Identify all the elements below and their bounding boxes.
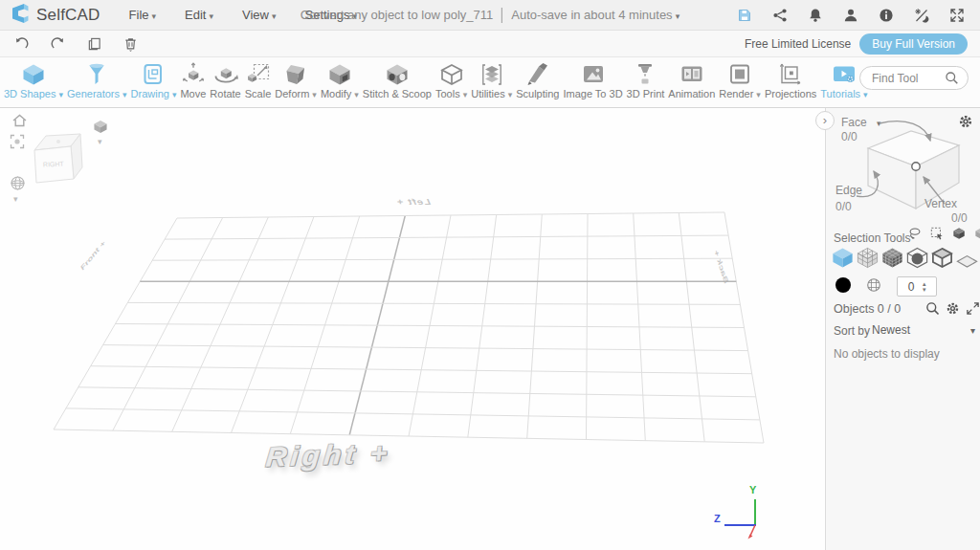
precision-input[interactable]	[900, 280, 923, 294]
settings-gear-icon[interactable]	[946, 301, 960, 316]
open-cube-select-icon[interactable]	[930, 246, 954, 270]
tool-move[interactable]: Move	[178, 60, 208, 99]
menu-edit[interactable]: Edit	[185, 8, 213, 22]
tool-deform[interactable]: Deform	[273, 60, 319, 99]
menu-label: View	[242, 8, 269, 22]
menu-file[interactable]: File	[129, 8, 156, 22]
soft-select-icon[interactable]	[974, 227, 980, 240]
tool-label: Sculpting	[516, 88, 559, 99]
stepper-arrows[interactable]: ▴▾	[923, 281, 926, 293]
sort-order-select[interactable]: Newest	[872, 323, 975, 337]
chevron-down-icon	[120, 88, 127, 99]
panel-collapse-chevron[interactable]: ›	[815, 111, 835, 130]
autosave-status[interactable]: Auto-save in about 4 minutes	[511, 8, 679, 22]
lasso-select-icon[interactable]	[908, 227, 922, 240]
theme-toggle-icon[interactable]	[914, 8, 929, 23]
chevron-down-icon[interactable]: ▾	[13, 194, 18, 204]
perspective-mode-icon[interactable]	[92, 119, 109, 135]
orbit-globe-icon[interactable]	[10, 175, 26, 191]
chevron-down-icon[interactable]: ▾	[98, 137, 102, 146]
plane-select-icon[interactable]	[955, 246, 979, 270]
chevron-down-icon	[269, 8, 277, 22]
animation-icon	[679, 60, 704, 88]
chevron-down-icon	[673, 8, 680, 22]
sphere-in-cube-select-icon[interactable]	[905, 246, 929, 270]
wireframe-cube-select-icon[interactable]	[856, 246, 880, 270]
autosave-label: Auto-save in about 4 minutes	[511, 8, 672, 22]
find-tool-input[interactable]	[872, 72, 945, 85]
color-swatch[interactable]	[835, 277, 851, 293]
undo-icon[interactable]	[14, 36, 29, 52]
tool-label: Deform	[275, 88, 317, 99]
bell-icon[interactable]	[808, 8, 823, 23]
stepper-down-icon[interactable]: ▾	[923, 287, 926, 293]
precision-stepper[interactable]: ▴▾	[897, 276, 937, 297]
delete-icon[interactable]	[123, 36, 138, 52]
tool-label: Move	[180, 88, 206, 99]
copy-icon[interactable]	[87, 36, 101, 52]
tool-render[interactable]: Render	[717, 60, 763, 99]
search-icon[interactable]	[945, 71, 959, 85]
tool-image-to-3d[interactable]: Image To 3D	[561, 60, 624, 99]
axis-y-label: Y	[749, 484, 756, 495]
project-title-area: Convert any object to low poly_711 Auto-…	[301, 8, 679, 23]
viewport-3d[interactable]: ▾ ▾ RIGHT Left + Front + Back + Right +	[0, 108, 824, 550]
sort-order-value: Newest	[872, 323, 910, 337]
selection-helper-diagram	[851, 120, 977, 225]
paint-select-icon[interactable]	[952, 227, 966, 240]
tool-rotate[interactable]: Rotate	[208, 60, 242, 99]
chevron-down-icon	[206, 8, 213, 22]
main-toolbar-items: 3D ShapesGeneratorsDrawingMoveRotateScal…	[2, 60, 870, 99]
user-icon[interactable]	[843, 8, 858, 23]
modify-icon	[327, 60, 352, 88]
marquee-select-icon[interactable]	[930, 227, 944, 240]
tutorials-icon	[832, 60, 857, 88]
tool-label: Render	[719, 88, 761, 99]
chevron-down-icon	[309, 88, 317, 99]
chevron-down-icon	[505, 88, 513, 99]
tool-stitch-scoop[interactable]: Stitch & Scoop	[361, 60, 434, 99]
tool-3d-shapes[interactable]: 3D Shapes	[2, 60, 65, 99]
menu-label: File	[129, 8, 149, 22]
chevron-down-icon	[860, 88, 868, 99]
share-icon[interactable]	[772, 8, 788, 23]
view-cube[interactable]: RIGHT	[25, 125, 92, 192]
main-toolbar: 3D ShapesGeneratorsDrawingMoveRotateScal…	[0, 57, 980, 108]
tool-utilities[interactable]: Utilities	[469, 60, 514, 99]
logo-text: SelfCAD	[36, 6, 100, 25]
frame-selection-icon[interactable]	[10, 134, 25, 149]
tool-drawing[interactable]: Drawing	[129, 60, 179, 99]
fullscreen-icon[interactable]	[949, 8, 965, 23]
menu-view[interactable]: View	[242, 8, 276, 22]
save-icon[interactable]	[737, 8, 752, 23]
axis-indicator: Y Z	[713, 486, 770, 545]
info-icon[interactable]	[879, 8, 894, 23]
vertex-label: Vertex	[924, 197, 957, 210]
cube-select-icon[interactable]	[831, 246, 855, 270]
selfcad-logo[interactable]: SelfCAD	[0, 3, 100, 28]
mesh-sphere-icon[interactable]	[866, 277, 881, 293]
edge-count: 0/0	[835, 200, 852, 213]
tool-modify[interactable]: Modify	[319, 60, 361, 99]
dense-mesh-select-icon[interactable]	[880, 246, 904, 270]
grid-label-near: Right +	[265, 438, 392, 473]
tool-label: Scale	[245, 88, 272, 99]
search-icon[interactable]	[925, 301, 940, 316]
print-icon	[633, 60, 657, 88]
tool-label: Animation	[668, 88, 715, 99]
expand-icon[interactable]	[966, 301, 980, 316]
find-tool-box[interactable]	[859, 66, 969, 90]
tool-generators[interactable]: Generators	[65, 60, 129, 99]
tool-scale[interactable]: Scale	[243, 60, 274, 99]
tool-tools[interactable]: Tools	[434, 60, 469, 99]
sculpting-icon	[525, 60, 550, 88]
tool-label: Image To 3D	[563, 88, 622, 99]
selection-utility-icons	[908, 227, 980, 240]
tool-3d-print[interactable]: 3D Print	[625, 60, 667, 99]
buy-full-version-button[interactable]: Buy Full Version	[859, 33, 968, 55]
tool-projections[interactable]: Projections	[763, 60, 818, 99]
redo-icon[interactable]	[51, 36, 65, 52]
tool-sculpting[interactable]: Sculpting	[514, 60, 561, 99]
tool-animation[interactable]: Animation	[666, 60, 717, 99]
chevron-down-icon	[460, 88, 468, 99]
